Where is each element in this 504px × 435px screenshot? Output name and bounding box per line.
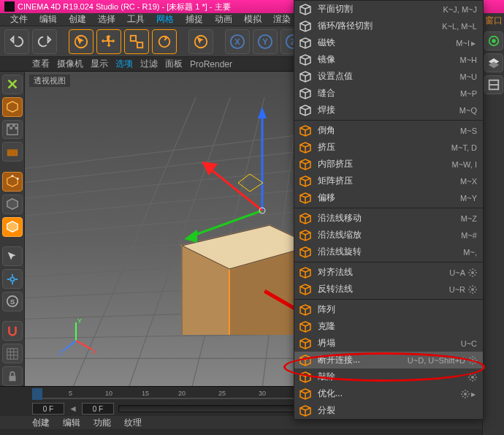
array-icon (299, 303, 312, 317)
submenu-prorender[interactable]: ProRender (190, 59, 232, 69)
magnet-icon (299, 37, 312, 50)
struct-button[interactable] (484, 75, 503, 94)
offset-icon (299, 192, 312, 205)
ctx-item-align[interactable]: 对齐法线U~A (294, 264, 483, 281)
ctx-item-extrude[interactable]: 挤压M~T, D (294, 139, 483, 156)
ctx-item-del[interactable]: 敲除 (294, 368, 483, 385)
layers-button[interactable] (484, 53, 503, 72)
context-menu[interactable]: 平面切割K~J, M~J循环/路径切割K~L, M~L磁铁M~I▸镜像M~H设置… (294, 0, 484, 420)
menu-render[interactable]: 渲染 (267, 12, 297, 27)
chevron-right-icon: ▸ (470, 38, 477, 48)
tweak-button[interactable] (2, 246, 23, 266)
axis-button[interactable] (2, 269, 23, 289)
axis-y-button[interactable]: Y (253, 29, 278, 54)
menu-edit[interactable]: 编辑 (34, 12, 63, 27)
ctx-item-split[interactable]: 分裂 (294, 402, 483, 419)
menu-snap[interactable]: 捕捉 (180, 12, 209, 27)
ctx-item-bevel[interactable]: 倒角M~S (294, 122, 483, 139)
svg-rect-20 (15, 126, 18, 129)
ctx-item-opt[interactable]: 优化...▸ (294, 385, 483, 402)
submenu-panel[interactable]: 面板 (165, 58, 183, 70)
ctx-item-offset[interactable]: 偏移M~Y (294, 189, 483, 206)
ctx-shortcut: U~D, U~Shift+D (408, 356, 465, 365)
ctx-item-disc[interactable]: 断开连接...U~D, U~Shift+D (294, 352, 483, 368)
menu-anim[interactable]: 动画 (209, 12, 238, 27)
model-mode-button[interactable] (2, 97, 23, 117)
stitch-icon (299, 87, 312, 100)
ctx-item-nscale[interactable]: 沿法线缩放M~# (294, 227, 483, 243)
lock-button[interactable] (2, 366, 23, 386)
btab-func[interactable]: 功能 (93, 417, 111, 429)
recent-tool-button[interactable] (188, 29, 213, 54)
redo-button[interactable] (32, 29, 57, 54)
ctx-label: 矩阵挤压 (318, 175, 460, 187)
svg-rect-18 (12, 124, 15, 127)
menu-tools[interactable]: 工具 (121, 12, 150, 27)
svg-rect-31 (9, 376, 15, 381)
frame-current-input[interactable] (82, 403, 114, 415)
svg-text:25: 25 (218, 390, 226, 397)
menu-mesh[interactable]: 网格 (150, 12, 180, 27)
loop-icon (299, 20, 312, 33)
axis-x-button[interactable]: X (225, 29, 250, 54)
points-mode-button[interactable] (2, 172, 23, 192)
move-button[interactable] (96, 29, 121, 54)
ctx-item-mirror[interactable]: 镜像M~H (294, 51, 483, 68)
rotate-button[interactable] (152, 29, 177, 54)
ctx-shortcut: M~I (456, 39, 470, 48)
svg-line-148 (470, 358, 471, 359)
submenu-filter[interactable]: 过滤 (140, 58, 158, 70)
ctx-item-nmove[interactable]: 沿法线移动M~Z (294, 210, 483, 227)
play-back-icon[interactable]: ◄ (69, 404, 77, 414)
axis-nav-icon[interactable]: Y X Z (61, 319, 98, 357)
btab-tex[interactable]: 纹理 (124, 417, 142, 429)
ctx-item-point[interactable]: 设置点值M~U (294, 68, 483, 85)
svg-line-120 (470, 270, 471, 271)
submenu-camera[interactable]: 摄像机 (57, 58, 83, 70)
scale-button[interactable] (124, 29, 149, 54)
ctx-item-nrot[interactable]: 沿法线旋转M~, (294, 243, 483, 260)
app-icon (4, 1, 15, 12)
texture-mode-button[interactable] (2, 120, 23, 140)
svg-point-154 (471, 376, 474, 379)
ctx-item-collapse[interactable]: 坍塌U~C (294, 335, 483, 352)
ctx-item-array[interactable]: 阵列 (294, 301, 483, 318)
btab-create[interactable]: 创建 (32, 417, 50, 429)
ctx-item-matrix[interactable]: 矩阵挤压M~X (294, 173, 483, 189)
ctx-label: 倒角 (318, 124, 460, 137)
magnet-snap-button[interactable] (2, 321, 23, 341)
undo-button[interactable] (4, 29, 29, 54)
ctx-item-cut[interactable]: 平面切割K~J, M~J (294, 1, 483, 18)
right-label: 窗口 (485, 15, 503, 27)
workplane-grid-button[interactable] (2, 344, 23, 363)
menu-file[interactable]: 文件 (4, 12, 34, 27)
svg-marker-15 (7, 102, 17, 112)
ctx-item-rev[interactable]: 反转法线U~R (294, 281, 483, 298)
ctx-item-inner[interactable]: 内部挤压M~W, I (294, 156, 483, 173)
svg-rect-30 (7, 349, 17, 359)
menu-sim[interactable]: 模拟 (238, 12, 267, 27)
ctx-item-clone[interactable]: 克隆 (294, 318, 483, 335)
ctx-item-loop[interactable]: 循环/路径切割K~L, M~L (294, 18, 483, 34)
ctx-shortcut: K~J, M~J (443, 5, 477, 14)
menu-create[interactable]: 创建 (63, 12, 92, 27)
menu-select[interactable]: 选择 (92, 12, 121, 27)
editable-mode-button[interactable] (2, 75, 23, 94)
ctx-item-weld[interactable]: 焊接M~Q (294, 102, 483, 118)
polygons-mode-button[interactable] (2, 217, 23, 237)
ctx-label: 内部挤压 (318, 158, 451, 170)
workplane-mode-button[interactable] (2, 142, 23, 162)
frame-start-input[interactable] (32, 403, 64, 415)
ctx-item-stitch[interactable]: 缝合M~P (294, 85, 483, 102)
ctx-label: 镜像 (318, 53, 459, 66)
submenu-disp[interactable]: 显示 (91, 58, 108, 70)
submenu-view[interactable]: 查看 (32, 58, 50, 70)
btab-edit[interactable]: 编辑 (63, 417, 80, 429)
ctx-label: 优化... (318, 387, 458, 400)
ctx-item-magnet[interactable]: 磁铁M~I▸ (294, 34, 483, 51)
content-browser-button[interactable] (484, 31, 503, 50)
edges-mode-button[interactable] (2, 194, 23, 214)
select-live-button[interactable] (69, 29, 93, 54)
snap-button[interactable]: S (2, 292, 23, 311)
submenu-options[interactable]: 选项 (115, 58, 133, 70)
